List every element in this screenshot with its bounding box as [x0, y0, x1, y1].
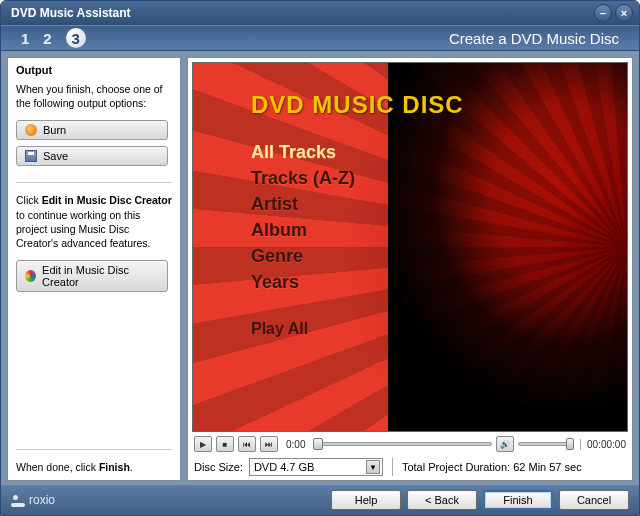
window-title: DVD Music Assistant — [11, 6, 594, 20]
current-time: 0:00 — [282, 439, 309, 450]
volume-button[interactable]: 🔊 — [496, 436, 514, 452]
burn-button[interactable]: Burn — [16, 120, 168, 140]
edit-in-creator-button[interactable]: Edit in Music Disc Creator — [16, 260, 168, 292]
disc-size-value: DVD 4.7 GB — [254, 461, 315, 473]
window-controls: – × — [594, 4, 633, 22]
menu-item-genre[interactable]: Genre — [251, 243, 464, 269]
prev-button[interactable]: ⏮ — [238, 436, 256, 452]
disc-size-label: Disc Size: — [194, 461, 243, 473]
wizard-step-bar: 1 2 3 Create a DVD Music Disc — [1, 25, 639, 51]
cancel-button[interactable]: Cancel — [559, 490, 629, 510]
creator-note: Click Edit in Music Disc Creator to cont… — [16, 193, 172, 250]
step-indicators: 1 2 3 — [21, 28, 86, 48]
save-button[interactable]: Save — [16, 146, 168, 166]
menu-title: DVD MUSIC DISC — [251, 91, 464, 119]
disc-size-select[interactable]: DVD 4.7 GB ▼ — [249, 458, 383, 476]
seek-thumb[interactable] — [313, 438, 323, 450]
back-button[interactable]: < Back — [407, 490, 477, 510]
menu-item-all-tracks[interactable]: All Tracks — [251, 139, 464, 165]
menu-content: DVD MUSIC DISC All Tracks Tracks (A-Z) A… — [251, 91, 464, 338]
sidebar-section-title: Output — [16, 64, 172, 76]
project-duration: Total Project Duration: 62 Min 57 sec — [402, 461, 582, 473]
volume-slider[interactable] — [518, 437, 574, 451]
dvd-menu-preview: DVD MUSIC DISC All Tracks Tracks (A-Z) A… — [192, 62, 628, 432]
sidebar: Output When you finish, choose one of th… — [7, 57, 181, 481]
titlebar: DVD Music Assistant – × — [1, 1, 639, 25]
menu-item-years[interactable]: Years — [251, 269, 464, 295]
finish-button[interactable]: Finish — [483, 490, 553, 510]
body: Output When you finish, choose one of th… — [1, 51, 639, 485]
total-time: 00:00:00 — [580, 439, 626, 450]
volume-thumb[interactable] — [566, 438, 574, 450]
sidebar-divider — [16, 182, 172, 183]
brand-text: roxio — [29, 493, 55, 507]
app-window: DVD Music Assistant – × 1 2 3 Create a D… — [0, 0, 640, 516]
burn-icon — [25, 124, 37, 136]
roxio-logo-icon — [11, 493, 25, 507]
footer: roxio Help < Back Finish Cancel — [1, 485, 639, 515]
next-button[interactable]: ⏭ — [260, 436, 278, 452]
menu-item-tracks-az[interactable]: Tracks (A-Z) — [251, 165, 464, 191]
chevron-down-icon: ▼ — [366, 460, 380, 474]
menu-item-artist[interactable]: Artist — [251, 191, 464, 217]
menu-item-album[interactable]: Album — [251, 217, 464, 243]
menu-play-all[interactable]: Play All — [251, 320, 464, 338]
music-disc-icon — [25, 270, 36, 282]
disc-size-row: Disc Size: DVD 4.7 GB ▼ Total Project Du… — [192, 456, 628, 476]
sidebar-instruction: When you finish, choose one of the follo… — [16, 82, 172, 110]
edit-label: Edit in Music Disc Creator — [42, 264, 159, 288]
vertical-divider — [392, 458, 393, 476]
step-title: Create a DVD Music Disc — [86, 30, 619, 47]
close-button[interactable]: × — [615, 4, 633, 22]
main-panel: DVD MUSIC DISC All Tracks Tracks (A-Z) A… — [187, 57, 633, 481]
stop-button[interactable]: ■ — [216, 436, 234, 452]
seek-slider[interactable] — [313, 437, 492, 451]
transport-bar: ▶ ■ ⏮ ⏭ 0:00 🔊 00:00:00 — [192, 432, 628, 456]
step-1[interactable]: 1 — [21, 30, 29, 47]
step-3: 3 — [66, 28, 86, 48]
burn-label: Burn — [43, 124, 66, 136]
help-button[interactable]: Help — [331, 490, 401, 510]
save-label: Save — [43, 150, 68, 162]
sidebar-divider-bottom — [16, 449, 172, 450]
step-2[interactable]: 2 — [43, 30, 51, 47]
minimize-button[interactable]: – — [594, 4, 612, 22]
save-icon — [25, 150, 37, 162]
play-button[interactable]: ▶ — [194, 436, 212, 452]
brand: roxio — [11, 493, 325, 507]
finish-note: When done, click Finish. — [16, 460, 172, 474]
